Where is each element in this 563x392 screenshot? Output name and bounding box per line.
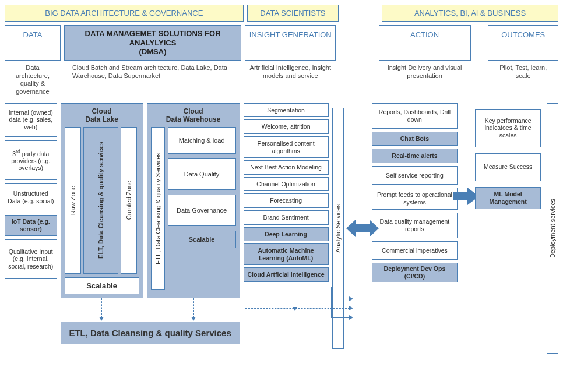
source-iot: IoT Data (e.g. sensor) <box>5 215 57 236</box>
dw-etl: ETL, Data Cleansing & quality Services <box>151 127 165 290</box>
insight-welcome-attrition: Welcome, attrition <box>244 119 329 134</box>
dw-data-quality: Data Quality <box>168 158 236 190</box>
insight-brand-sentiment: Brand Sentiment <box>244 210 329 225</box>
dw-scalable: Scalable <box>168 231 236 248</box>
action-column: Reports, Dashboards, Drill down Chat Bot… <box>372 103 458 282</box>
dw-data-governance: Data Governance <box>168 195 236 226</box>
action-chatbots: Chat Bots <box>372 132 458 146</box>
dw-matching-load: Matching & load <box>168 127 236 154</box>
bidirectional-arrow-icon <box>346 214 379 243</box>
stage-action: ACTION <box>379 25 471 61</box>
header-big-data: BIG DATA ARCHITECTURE & GOVERNANCE <box>5 5 244 22</box>
insight-segmentation: Segmentation <box>244 103 329 118</box>
insight-personalised: Personalised content algorithms <box>244 136 329 158</box>
outcome-ml-mgmt: ML Model Management <box>475 187 541 209</box>
etl-bar: ETL, Data Cleansing & quality Services <box>61 322 240 344</box>
insight-forecasting: Forecasting <box>244 193 329 208</box>
action-dq-reports: Data quality management reports <box>372 213 458 238</box>
insight-cloud-ai: Cloud Artficial Intelligence <box>244 267 329 282</box>
stage-dmsa-line2: (DMSA) <box>139 47 167 56</box>
outcomes-column: Key performance indicatoes & time scales… <box>475 103 541 209</box>
lake-scalable: Scalable <box>65 277 139 294</box>
insight-channel-opt: Channel Optimization <box>244 177 329 192</box>
stage-outcomes: OUTCOMES <box>488 25 558 61</box>
source-third-party: 3rd party data providers (e.g. overlays) <box>5 140 57 180</box>
subtext-insight: Artrificial Intelligence, Insight models… <box>245 62 336 98</box>
curated-zone: Curated Zone <box>121 127 137 274</box>
source-unstructured: Unstructured Data (e.g. social) <box>5 183 57 211</box>
insight-automl: Automatic Machine Learning (AutoML) <box>244 243 329 265</box>
raw-zone: Raw Zone <box>65 127 81 274</box>
subtext-dmsa: Cloud Batch and Stream architecture, Dat… <box>64 62 241 98</box>
source-qualitative: Qualitative Input (e.g. Internal, social… <box>5 239 57 279</box>
outcome-kpi: Key performance indicatoes & time scales <box>475 109 541 147</box>
outcome-measure: Measure Success <box>475 153 541 181</box>
stage-data: DATA <box>5 25 61 61</box>
insight-column: Segmentation Welcome, attrition Personal… <box>244 103 329 282</box>
stage-insight: INSIGHT GENERATION <box>245 25 336 61</box>
action-self-service: Self service reporting <box>372 166 458 185</box>
action-realtime-alerts: Real-time alerts <box>372 149 458 163</box>
analytic-services-box: Analytic Services <box>332 108 344 349</box>
cloud-lake-title: Cloud Data Lake <box>65 107 139 123</box>
subtext-action: Insight Delivery and visual presentation <box>379 62 471 98</box>
elt-services: ELT, Data Cleansing & quality services <box>83 127 118 274</box>
header-data-scientists: DATA SCIENTISTS <box>247 5 339 22</box>
data-sources-column: Internal (owned) data (e.g. sales, web) … <box>5 103 57 279</box>
stage-dmsa: DATA MANAGEMET SOLUTIONS FOR ANALYLYICS … <box>64 25 241 61</box>
subtext-outcomes: Pilot, Test, learn, scale <box>488 62 558 98</box>
action-commercial: Commercial imperatives <box>372 241 458 260</box>
dmsa-column: Cloud Data Lake Raw Zone ELT, Data Clean… <box>61 103 240 344</box>
stage-dmsa-line1: DATA MANAGEMET SOLUTIONS FOR ANALYLYICS <box>85 29 221 47</box>
action-prompt-feeds: Prompt feeds to operational systems <box>372 188 458 210</box>
action-devops: Deployment Dev Ops (CI/CD) <box>372 263 458 282</box>
cloud-data-lake-panel: Cloud Data Lake Raw Zone ELT, Data Clean… <box>61 103 143 298</box>
source-internal: Internal (owned) data (e.g. sales, web) <box>5 103 57 137</box>
insight-nba: Next Best Action Modeling <box>244 160 329 175</box>
action-reports: Reports, Dashboards, Drill down <box>372 103 458 129</box>
header-analytics: ANALYTICS, BI, AI & BUSINESS <box>382 5 558 22</box>
deployment-services-box: Deployment services <box>547 103 558 354</box>
insight-deep-learning: Deep Learning <box>244 227 329 242</box>
subtext-data: Data archtecture, quality & governance <box>5 62 61 98</box>
svg-marker-0 <box>346 220 379 237</box>
cloud-dw-title: Cloud Data Warehouse <box>151 107 236 123</box>
cloud-data-warehouse-panel: Cloud Data Warehouse ETL, Data Cleansing… <box>147 103 240 298</box>
